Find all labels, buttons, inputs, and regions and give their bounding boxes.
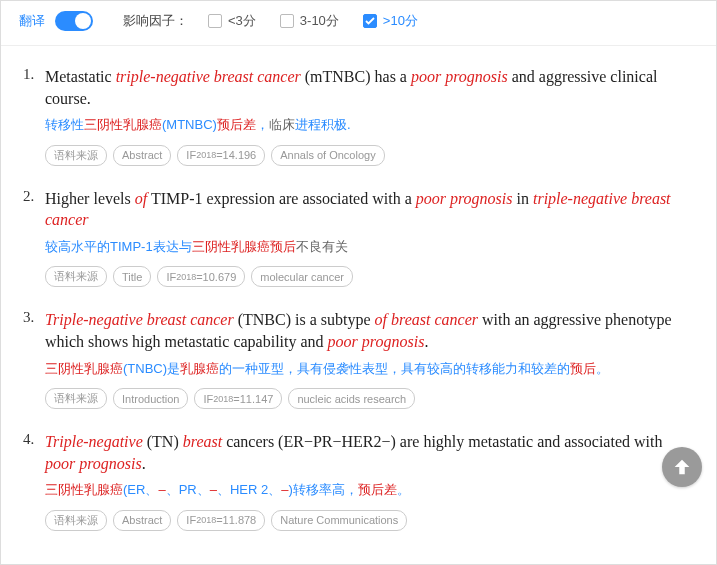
tag-journal[interactable]: nucleic acids research (288, 388, 415, 409)
checkbox-icon (280, 14, 294, 28)
result-number: 1. (23, 66, 45, 166)
tag-source[interactable]: 语料来源 (45, 145, 107, 166)
results-list: 1.Metastatic triple-negative breast canc… (1, 46, 716, 539)
result-tags: 语料来源TitleIF2018=10.679molecular cancer (45, 266, 694, 287)
checkbox-icon (208, 14, 222, 28)
tag-source[interactable]: 语料来源 (45, 388, 107, 409)
tag-source[interactable]: 语料来源 (45, 266, 107, 287)
translate-toggle[interactable] (55, 11, 93, 31)
filter-impact-1[interactable]: 3-10分 (280, 12, 339, 30)
tag-impact-factor[interactable]: IF2018=11.878 (177, 510, 265, 531)
tag-section[interactable]: Abstract (113, 510, 171, 531)
tag-source[interactable]: 语料来源 (45, 510, 107, 531)
result-item: 2.Higher levels of TIMP-1 expression are… (1, 174, 716, 296)
tag-section[interactable]: Introduction (113, 388, 188, 409)
filter-impact-2[interactable]: >10分 (363, 12, 418, 30)
result-tags: 语料来源IntroductionIF2018=11.147nucleic aci… (45, 388, 694, 409)
result-number: 3. (23, 309, 45, 409)
checkbox-label: 3-10分 (300, 12, 339, 30)
tag-impact-factor[interactable]: IF2018=14.196 (177, 145, 265, 166)
filter-impact-0[interactable]: <3分 (208, 12, 256, 30)
impact-factor-label: 影响因子： (123, 12, 188, 30)
tag-journal[interactable]: Annals of Oncology (271, 145, 384, 166)
checkbox-icon (363, 14, 377, 28)
result-item: 4.Triple-negative (TN) breast cancers (E… (1, 417, 716, 539)
tag-journal[interactable]: molecular cancer (251, 266, 353, 287)
result-english: Metastatic triple-negative breast cancer… (45, 66, 694, 109)
tag-section[interactable]: Abstract (113, 145, 171, 166)
tag-impact-factor[interactable]: IF2018=10.679 (157, 266, 245, 287)
arrow-up-icon (671, 456, 693, 478)
result-number: 4. (23, 431, 45, 531)
result-item: 3.Triple-negative breast cancer (TNBC) i… (1, 295, 716, 417)
result-translation: 三阴性乳腺癌(ER、–、PR、–、HER 2、–)转移率高，预后差。 (45, 480, 694, 500)
result-translation: 三阴性乳腺癌(TNBC)是乳腺癌的一种亚型，具有侵袭性表型，具有较高的转移能力和… (45, 359, 694, 379)
result-translation: 较高水平的TIMP-1表达与三阴性乳腺癌预后不良有关 (45, 237, 694, 257)
checkbox-label: <3分 (228, 12, 256, 30)
tag-section[interactable]: Title (113, 266, 151, 287)
result-tags: 语料来源AbstractIF2018=11.878Nature Communic… (45, 510, 694, 531)
result-number: 2. (23, 188, 45, 288)
filter-bar: 翻译 影响因子： <3分3-10分>10分 (1, 1, 716, 46)
result-english: Triple-negative breast cancer (TNBC) is … (45, 309, 694, 352)
tag-impact-factor[interactable]: IF2018=11.147 (194, 388, 282, 409)
result-english: Triple-negative (TN) breast cancers (ER−… (45, 431, 694, 474)
result-tags: 语料来源AbstractIF2018=14.196Annals of Oncol… (45, 145, 694, 166)
result-item: 1.Metastatic triple-negative breast canc… (1, 52, 716, 174)
translate-label: 翻译 (19, 12, 45, 30)
result-translation: 转移性三阴性乳腺癌(MTNBC)预后差，临床进程积极. (45, 115, 694, 135)
tag-journal[interactable]: Nature Communications (271, 510, 407, 531)
checkbox-label: >10分 (383, 12, 418, 30)
scroll-to-top-button[interactable] (662, 447, 702, 487)
result-english: Higher levels of TIMP-1 expression are a… (45, 188, 694, 231)
